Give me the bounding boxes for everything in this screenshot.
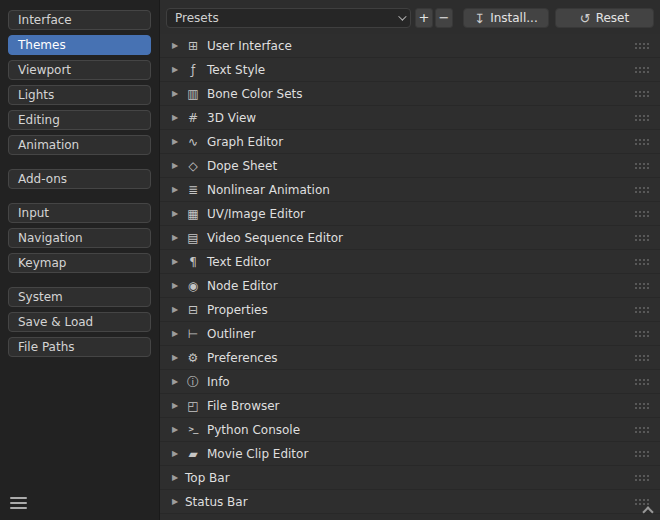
scroll-up-arrow-icon[interactable] [643, 506, 652, 515]
drag-grip-icon[interactable] [634, 354, 649, 361]
expand-arrow-icon: ▶ [172, 401, 185, 410]
sidebar-tab-themes[interactable]: Themes [8, 35, 151, 55]
drag-grip-icon[interactable] [634, 474, 649, 481]
theme-panel-nonlinear-animation[interactable]: ▶ ≣ Nonlinear Animation [160, 178, 660, 202]
panel-label: Node Editor [207, 279, 278, 293]
sidebar-tab-label: File Paths [18, 340, 75, 354]
strips-icon: ≣ [185, 184, 201, 196]
sidebar-tab-animation[interactable]: Animation [8, 135, 151, 155]
theme-panel-movie-clip-editor[interactable]: ▶ ▰ Movie Clip Editor [160, 442, 660, 466]
expand-arrow-icon: ▶ [172, 185, 185, 194]
drag-grip-icon[interactable] [634, 258, 649, 265]
drag-grip-icon[interactable] [634, 186, 649, 193]
expand-arrow-icon: ▶ [172, 329, 185, 338]
curve-icon: ∿ [185, 136, 201, 148]
drag-grip-icon[interactable] [634, 90, 649, 97]
drag-grip-icon[interactable] [634, 306, 649, 313]
sidebar-tab-file-paths[interactable]: File Paths [8, 337, 151, 357]
reset-theme-button[interactable]: ↺ Reset [555, 8, 654, 28]
panel-label: Python Console [207, 423, 300, 437]
sidebar-tab-system[interactable]: System [8, 287, 151, 307]
theme-panel-uv-image-editor[interactable]: ▶ ▦ UV/Image Editor [160, 202, 660, 226]
sidebar-tab-label: Editing [18, 113, 60, 127]
drag-grip-icon[interactable] [634, 450, 649, 457]
remove-preset-button[interactable]: − [435, 8, 453, 28]
import-download-icon: ↧ [474, 12, 485, 25]
expand-arrow-icon: ▶ [172, 89, 185, 98]
theme-panel-python-console[interactable]: ▶ >_ Python Console [160, 418, 660, 442]
drag-grip-icon[interactable] [634, 210, 649, 217]
sidebar-tab-viewport[interactable]: Viewport [8, 60, 151, 80]
info-icon: ⓘ [185, 376, 201, 388]
sidebar-tab-interface[interactable]: Interface [8, 10, 151, 30]
install-button-label: Install... [490, 11, 538, 25]
expand-arrow-icon: ▶ [172, 305, 185, 314]
drag-grip-icon[interactable] [634, 402, 649, 409]
panel-label: User Interface [207, 39, 292, 53]
theme-panel-text-style[interactable]: ▶ ƒ Text Style [160, 58, 660, 82]
theme-panel-user-interface[interactable]: ▶ ⊞ User Interface [160, 34, 660, 58]
panel-label: Status Bar [185, 495, 248, 509]
sidebar-tab-label: Interface [18, 13, 72, 27]
theme-panel-preferences[interactable]: ▶ ⚙ Preferences [160, 346, 660, 370]
sidebar-tab-editing[interactable]: Editing [8, 110, 151, 130]
drag-grip-icon[interactable] [634, 42, 649, 49]
add-preset-button[interactable]: + [415, 8, 433, 28]
drag-grip-icon[interactable] [634, 114, 649, 121]
sidebar-tab-label: Lights [18, 88, 54, 102]
theme-panel-properties[interactable]: ▶ ⊟ Properties [160, 298, 660, 322]
theme-section-list: ▶ ⊞ User Interface ▶ ƒ Text Style ▶ ▥ Bo… [160, 34, 660, 514]
drag-grip-icon[interactable] [634, 162, 649, 169]
panel-label: Nonlinear Animation [207, 183, 330, 197]
sidebar-tab-label: System [18, 290, 63, 304]
drag-grip-icon[interactable] [634, 282, 649, 289]
expand-arrow-icon: ▶ [172, 449, 185, 458]
sidebar-tab-input[interactable]: Input [8, 203, 151, 223]
sidebar-tab-label: Input [18, 206, 49, 220]
drag-grip-icon[interactable] [634, 378, 649, 385]
preset-add-remove-group: + − [415, 8, 453, 28]
panel-label: Text Editor [207, 255, 271, 269]
theme-panel-dope-sheet[interactable]: ▶ ◇ Dope Sheet [160, 154, 660, 178]
theme-panel-graph-editor[interactable]: ▶ ∿ Graph Editor [160, 130, 660, 154]
presets-dropdown[interactable]: Presets [166, 8, 411, 28]
theme-panel-bone-color-sets[interactable]: ▶ ▥ Bone Color Sets [160, 82, 660, 106]
theme-panel-text-editor[interactable]: ▶ ¶ Text Editor [160, 250, 660, 274]
keyframe-icon: ◇ [185, 160, 201, 172]
drag-grip-icon[interactable] [634, 498, 649, 505]
expand-arrow-icon: ▶ [172, 281, 185, 290]
drag-grip-icon[interactable] [634, 330, 649, 337]
drag-grip-icon[interactable] [634, 66, 649, 73]
theme-panel-video-sequence-editor[interactable]: ▶ ▤ Video Sequence Editor [160, 226, 660, 250]
drag-grip-icon[interactable] [634, 426, 649, 433]
expand-arrow-icon: ▶ [172, 209, 185, 218]
panel-label: Video Sequence Editor [207, 231, 343, 245]
sidebar-tab-navigation[interactable]: Navigation [8, 228, 151, 248]
sidebar-tab-lights[interactable]: Lights [8, 85, 151, 105]
sequence-icon: ▤ [185, 232, 201, 244]
sidebar-tab-save-load[interactable]: Save & Load [8, 312, 151, 332]
expand-arrow-icon: ▶ [172, 353, 185, 362]
menu-icon[interactable] [10, 497, 27, 510]
panel-label: File Browser [207, 399, 280, 413]
sidebar-tab-keymap[interactable]: Keymap [8, 253, 151, 273]
sidebar-tab-add-ons[interactable]: Add-ons [8, 169, 151, 189]
theme-panel-file-browser[interactable]: ▶ ◰ File Browser [160, 394, 660, 418]
sidebar-tab-group: SystemSave & LoadFile Paths [0, 287, 159, 357]
expand-arrow-icon: ▶ [172, 473, 185, 482]
image-icon: ▦ [185, 208, 201, 220]
drag-grip-icon[interactable] [634, 138, 649, 145]
theme-panel-node-editor[interactable]: ▶ ◉ Node Editor [160, 274, 660, 298]
install-theme-button[interactable]: ↧ Install... [463, 8, 549, 28]
drag-grip-icon[interactable] [634, 234, 649, 241]
console-icon: >_ [185, 425, 201, 434]
sidebar-tab-group: InputNavigationKeymap [0, 203, 159, 273]
theme-panel-status-bar[interactable]: ▶ Status Bar [160, 490, 660, 514]
window-icon: ⊞ [185, 40, 201, 52]
theme-panel-outliner[interactable]: ▶ ⊢ Outliner [160, 322, 660, 346]
theme-panel-3d-view[interactable]: ▶ # 3D View [160, 106, 660, 130]
theme-panel-info[interactable]: ▶ ⓘ Info [160, 370, 660, 394]
theme-panel-top-bar[interactable]: ▶ Top Bar [160, 466, 660, 490]
sidebar-tab-label: Keymap [18, 256, 66, 270]
clip-icon: ▰ [185, 448, 201, 460]
